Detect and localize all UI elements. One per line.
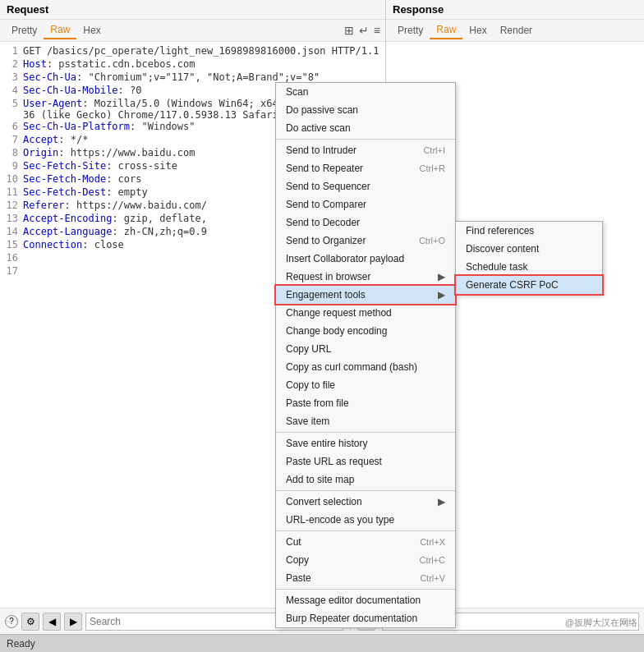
menu-item-label: Convert selection xyxy=(286,496,362,507)
tab-pretty-response[interactable]: Pretty xyxy=(391,22,430,39)
menu-item-copy[interactable]: CopyCtrl+C xyxy=(276,551,455,569)
menu-item-change-body-encoding[interactable]: Change body encoding xyxy=(276,322,455,340)
menu-item-change-request-method[interactable]: Change request method xyxy=(276,304,455,322)
tab-hex-response[interactable]: Hex xyxy=(462,22,493,39)
menu-item-burp-repeater-documentation[interactable]: Burp Repeater documentation xyxy=(276,609,455,627)
menu-separator xyxy=(276,139,455,140)
forward-btn[interactable]: ▶ xyxy=(64,613,82,631)
menu-item-scan[interactable]: Scan xyxy=(276,83,455,101)
info-icon[interactable]: ? xyxy=(5,615,18,628)
menu-item-send-to-sequencer[interactable]: Send to Sequencer xyxy=(276,177,455,195)
submenu-arrow-icon: ▶ xyxy=(438,496,445,507)
tab-pretty-request[interactable]: Pretty xyxy=(5,22,44,39)
menu-item-label: Do passive scan xyxy=(286,104,358,116)
menu-item-send-to-organizer[interactable]: Send to OrganizerCtrl+O xyxy=(276,232,455,250)
submenu-item-discover-content[interactable]: Discover content xyxy=(456,240,602,258)
submenu-container: Find referencesDiscover contentSchedule … xyxy=(455,221,603,295)
request-panel-header: Request xyxy=(0,0,385,20)
bottom-bar-left: ? ⚙ ◀ ▶ xyxy=(5,613,82,631)
menu-item-label: Send to Sequencer xyxy=(286,181,370,192)
menu-item-label: Cut xyxy=(286,536,301,548)
menu-item-label: Insert Collaborator payload xyxy=(286,253,404,264)
menu-item-label: Change body encoding xyxy=(286,325,387,337)
menu-item-label: Request in browser xyxy=(286,271,370,282)
menu-item-label: Change request method xyxy=(286,307,392,319)
menu-item-do-passive-scan[interactable]: Do passive scan xyxy=(276,101,455,119)
menu-item-label: Paste from file xyxy=(286,397,349,409)
menu-item-paste[interactable]: PasteCtrl+V xyxy=(276,569,455,587)
menu-item-label: Message editor documentation xyxy=(286,595,421,606)
menu-item-label: Send to Intruder xyxy=(286,145,356,156)
menu-item-label: Send to Repeater xyxy=(286,163,363,174)
menu-item-insert-collaborator-payload[interactable]: Insert Collaborator payload xyxy=(276,250,455,268)
menu-item-send-to-intruder[interactable]: Send to IntruderCtrl+I xyxy=(276,141,455,159)
tab-render-response[interactable]: Render xyxy=(494,22,539,39)
submenu-item-label: Schedule task xyxy=(466,261,527,273)
menu-item-convert-selection[interactable]: Convert selection▶ xyxy=(276,493,455,511)
submenu-item-label: Generate CSRF PoC xyxy=(466,279,559,291)
submenu-item-find-references[interactable]: Find references xyxy=(456,222,602,240)
submenu-item-generate-csrf-poc[interactable]: Generate CSRF PoC xyxy=(456,276,602,294)
menu-item-shortcut: Ctrl+C xyxy=(420,555,445,565)
menu-item-label: Copy URL xyxy=(286,343,331,355)
menu-item-label: Burp Repeater documentation xyxy=(286,613,417,624)
response-panel-header: Response xyxy=(386,0,644,20)
submenu-arrow-icon: ▶ xyxy=(438,271,445,282)
code-line: 2Host: psstatic.cdn.bcebos.com xyxy=(0,58,385,71)
menu-item-send-to-decoder[interactable]: Send to Decoder xyxy=(276,214,455,232)
menu-item-label: Add to site map xyxy=(286,474,354,485)
tab-raw-response[interactable]: Raw xyxy=(430,21,462,39)
menu-item-label: Send to Decoder xyxy=(286,217,360,228)
menu-item-url-encode-as-you-type[interactable]: URL-encode as you type xyxy=(276,511,455,529)
menu-separator xyxy=(276,530,455,531)
menu-item-shortcut: Ctrl+I xyxy=(423,145,445,155)
menu-item-label: Save item xyxy=(286,416,329,427)
menu-item-cut[interactable]: CutCtrl+X xyxy=(276,533,455,551)
menu-item-send-to-comparer[interactable]: Send to Comparer xyxy=(276,195,455,214)
menu-item-label: Copy as curl command (bash) xyxy=(286,361,417,373)
menu-item-paste-from-file[interactable]: Paste from file xyxy=(276,394,455,412)
code-line: 1GET /basics/pc_operate/light_new_169898… xyxy=(0,45,385,58)
menu-item-label: Send to Comparer xyxy=(286,199,366,210)
menu-item-engagement-tools[interactable]: Engagement tools▶ xyxy=(276,286,455,304)
wrap-icon[interactable]: ↵ xyxy=(359,24,369,37)
menu-item-shortcut: Ctrl+O xyxy=(419,236,445,246)
menu-item-copy-to-file[interactable]: Copy to file xyxy=(276,376,455,394)
tab-hex-request[interactable]: Hex xyxy=(76,22,107,39)
menu-item-label: Engagement tools xyxy=(286,289,366,301)
menu-separator xyxy=(276,490,455,491)
menu-item-copy-url[interactable]: Copy URL xyxy=(276,340,455,358)
submenu-item-schedule-task[interactable]: Schedule task xyxy=(456,258,602,276)
settings-icon[interactable]: ⚙ xyxy=(21,613,39,631)
submenu-item-label: Find references xyxy=(466,225,534,236)
tab-toolbar-icons: ⊞ ↵ ≡ xyxy=(344,24,380,37)
menu-separator xyxy=(276,432,455,433)
back-btn[interactable]: ◀ xyxy=(43,613,61,631)
menu-item-label: Paste URL as request xyxy=(286,456,382,467)
format-icon[interactable]: ⊞ xyxy=(344,24,354,37)
menu-item-send-to-repeater[interactable]: Send to RepeaterCtrl+R xyxy=(276,159,455,177)
menu-item-copy-as-curl-command-bash[interactable]: Copy as curl command (bash) xyxy=(276,358,455,376)
menu-item-request-in-browser[interactable]: Request in browser▶ xyxy=(276,268,455,286)
menu-item-label: Scan xyxy=(286,86,308,98)
menu-item-save-item[interactable]: Save item xyxy=(276,412,455,430)
menu-item-do-active-scan[interactable]: Do active scan xyxy=(276,119,455,137)
menu-item-shortcut: Ctrl+R xyxy=(420,163,445,173)
menu-item-paste-url-as-request[interactable]: Paste URL as request xyxy=(276,452,455,471)
menu-item-save-entire-history[interactable]: Save entire history xyxy=(276,434,455,452)
menu-item-label: URL-encode as you type xyxy=(286,514,394,526)
menu-item-message-editor-documentation[interactable]: Message editor documentation xyxy=(276,591,455,609)
status-text: Ready xyxy=(7,638,35,650)
tab-raw-request[interactable]: Raw xyxy=(44,21,76,39)
menu-item-add-to-site-map[interactable]: Add to site map xyxy=(276,471,455,489)
menu-item-label: Paste xyxy=(286,572,311,584)
menu-item-label: Do active scan xyxy=(286,122,351,134)
menu-item-shortcut: Ctrl+X xyxy=(420,537,445,547)
response-tabs: Pretty Raw Hex Render xyxy=(386,20,644,42)
menu-separator xyxy=(276,589,455,590)
submenu-arrow-icon: ▶ xyxy=(438,289,445,301)
menu-icon[interactable]: ≡ xyxy=(374,24,380,37)
menu-item-label: Copy xyxy=(286,554,309,566)
menu-item-shortcut: Ctrl+V xyxy=(420,573,445,583)
menu-item-label: Copy to file xyxy=(286,379,335,391)
